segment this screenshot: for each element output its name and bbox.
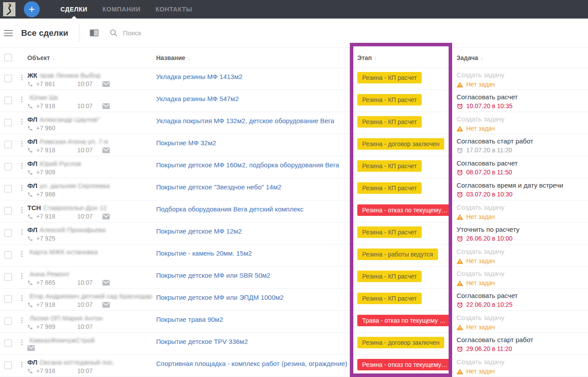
- row-checkbox[interactable]: [4, 251, 12, 259]
- search-box[interactable]: Поиск: [110, 29, 142, 37]
- phone-number[interactable]: +7 988: [27, 191, 77, 198]
- stage-badge[interactable]: Резина - КП расчет: [357, 271, 422, 282]
- phone-number[interactable]: +7 989: [27, 323, 77, 330]
- stage-badge[interactable]: Резина - КП расчет: [357, 182, 422, 194]
- task-title-link[interactable]: Согласовать расчет: [457, 292, 588, 299]
- phone-number[interactable]: +7 865: [27, 279, 77, 286]
- envelope-icon[interactable]: [102, 214, 110, 219]
- row-menu-icon[interactable]: [21, 272, 22, 280]
- search-input[interactable]: Поиск: [123, 29, 142, 37]
- deal-title-link[interactable]: Покрытие МФ 32м2: [156, 139, 216, 147]
- task-title-link[interactable]: Согласовать старт работ: [457, 137, 588, 145]
- stage-badge[interactable]: Резина - договор заключен: [357, 138, 444, 150]
- envelope-icon[interactable]: [102, 147, 110, 153]
- deal-title-link[interactable]: Покрытие детское МФ 12м2: [156, 227, 242, 235]
- create-task-link[interactable]: Создать задачу: [457, 358, 588, 366]
- column-header-task[interactable]: Задача↓: [457, 54, 588, 61]
- phone-number[interactable]: +7 918: [27, 301, 77, 308]
- phone-number[interactable]: +7 925: [27, 235, 77, 242]
- row-checkbox[interactable]: [4, 317, 12, 325]
- row-menu-icon[interactable]: [21, 74, 22, 81]
- row-menu-icon[interactable]: [21, 294, 22, 302]
- create-task-link[interactable]: Создать задачу: [457, 204, 588, 211]
- deal-title-link[interactable]: Укладка резины МФ 1413м2: [156, 73, 243, 80]
- phone-number[interactable]: +7 918: [27, 147, 77, 154]
- row-checkbox[interactable]: [4, 75, 12, 82]
- row-checkbox[interactable]: [4, 163, 12, 170]
- tab-deals[interactable]: СДЕЛКИ: [53, 0, 95, 19]
- deal-title-link[interactable]: Покрытие детское "Звездное небо" 14м2: [156, 183, 281, 191]
- row-checkbox[interactable]: [4, 119, 12, 126]
- envelope-icon[interactable]: [102, 280, 110, 286]
- column-header-stage[interactable]: Этап↓: [357, 54, 457, 61]
- row-menu-icon[interactable]: [21, 206, 22, 214]
- select-all-checkbox[interactable]: [4, 54, 12, 61]
- tab-contacts[interactable]: КОНТАКТЫ: [148, 0, 200, 19]
- add-button[interactable]: +: [24, 1, 40, 17]
- stage-badge[interactable]: Резина - КП расчет: [357, 72, 422, 83]
- create-task-link[interactable]: Создать задачу: [457, 71, 588, 79]
- deal-title-link[interactable]: Укладка покрытия МФ 132м2, детское обору…: [156, 117, 334, 124]
- row-menu-icon[interactable]: [21, 317, 22, 324]
- row-menu-icon[interactable]: [21, 140, 22, 147]
- envelope-icon[interactable]: [27, 345, 35, 351]
- deal-title-link[interactable]: Спортивная площадка - комплекс работ (ре…: [156, 360, 347, 367]
- stage-badge[interactable]: Резина - КП расчет: [357, 226, 422, 238]
- envelope-icon[interactable]: [102, 302, 110, 308]
- tab-companies[interactable]: КОМПАНИИ: [95, 0, 148, 19]
- deal-title-link[interactable]: Покрытие детское МФ или ЭПДМ 1000м2: [156, 294, 284, 301]
- view-settings-icon[interactable]: [90, 29, 99, 37]
- row-menu-icon[interactable]: [21, 96, 22, 103]
- stage-badge[interactable]: Резина - отказ по текущему…: [357, 204, 452, 216]
- stage-badge[interactable]: Резина - работы ведутся: [357, 249, 438, 260]
- phone-number[interactable]: +7 918: [27, 102, 77, 109]
- task-title-link[interactable]: Уточнить по расчету: [457, 226, 588, 233]
- envelope-icon[interactable]: [102, 81, 110, 87]
- phone-number[interactable]: +7 861: [27, 80, 77, 87]
- create-task-link[interactable]: Создать задачу: [457, 115, 588, 123]
- row-menu-icon[interactable]: [21, 228, 22, 236]
- task-title-link[interactable]: Согласовать время и дату встречи: [457, 181, 588, 189]
- row-checkbox[interactable]: [4, 185, 12, 192]
- phone-number[interactable]: +7 909: [27, 169, 77, 176]
- stage-badge[interactable]: Резина - отказ по текущему…: [357, 359, 452, 370]
- deal-title-link[interactable]: Подборка оборудования Вега детский компл…: [156, 205, 303, 213]
- create-task-link[interactable]: Создать задачу: [457, 248, 588, 255]
- column-header-object[interactable]: Объект↓: [27, 54, 156, 61]
- stage-badge[interactable]: Резина - КП расчет: [357, 116, 422, 128]
- menu-icon[interactable]: [4, 28, 13, 38]
- deal-title-link[interactable]: Покрытие - камень 20мм. 15м2: [156, 249, 252, 257]
- row-menu-icon[interactable]: [21, 361, 22, 368]
- deal-title-link[interactable]: Покрытие детское TPV 336м2: [156, 338, 248, 345]
- stage-badge[interactable]: Резина - КП расчет: [357, 293, 422, 304]
- deal-title-link[interactable]: Покрытие трава 90м2: [156, 316, 223, 323]
- create-task-link[interactable]: Создать задачу: [457, 314, 588, 321]
- row-checkbox[interactable]: [4, 229, 12, 237]
- task-title-link[interactable]: Согласовать расчет: [457, 159, 588, 167]
- row-menu-icon[interactable]: [21, 250, 22, 258]
- deal-title-link[interactable]: Укладка резины МФ 547м2: [156, 95, 239, 102]
- stage-badge[interactable]: Трава - отказ по текущему …: [357, 315, 451, 326]
- row-menu-icon[interactable]: [21, 162, 22, 170]
- task-title-link[interactable]: Согласовать старт работ: [457, 336, 588, 343]
- row-menu-icon[interactable]: [21, 184, 22, 192]
- row-checkbox[interactable]: [4, 207, 12, 215]
- stage-badge[interactable]: Резина - КП расчет: [357, 160, 422, 172]
- row-checkbox[interactable]: [4, 273, 12, 281]
- row-checkbox[interactable]: [4, 141, 12, 148]
- row-checkbox[interactable]: [4, 339, 12, 347]
- row-menu-icon[interactable]: [21, 118, 22, 125]
- row-checkbox[interactable]: [4, 97, 12, 104]
- create-task-link[interactable]: Создать задачу: [457, 270, 588, 277]
- row-checkbox[interactable]: [4, 362, 12, 369]
- phone-number[interactable]: +7 918: [27, 213, 77, 220]
- phone-number[interactable]: +7 918: [27, 367, 77, 374]
- task-title-link[interactable]: Согласовать расчет: [457, 93, 588, 101]
- deal-title-link[interactable]: Покрытие детское МФ 160м2, подборка обор…: [156, 161, 339, 169]
- stage-badge[interactable]: Резина - договор заключен: [357, 337, 444, 348]
- deal-title-link[interactable]: Покрытие детское МФ или SBR 50м2: [156, 271, 270, 279]
- row-checkbox[interactable]: [4, 295, 12, 303]
- phone-number[interactable]: +7 960: [27, 124, 77, 132]
- row-menu-icon[interactable]: [21, 339, 22, 346]
- stage-badge[interactable]: Резина - КП расчет: [357, 94, 422, 106]
